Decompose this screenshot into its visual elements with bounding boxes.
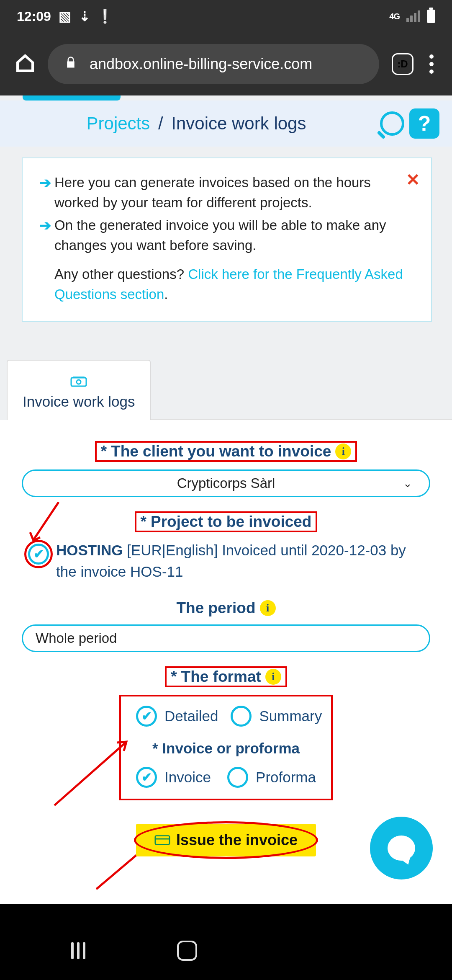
signal-bars-icon: [406, 10, 420, 22]
overflow-menu-icon[interactable]: [426, 54, 437, 74]
browser-toolbar: andbox.online-billing-service.com :D: [0, 33, 452, 95]
nav-recents-button[interactable]: [71, 942, 85, 959]
url-bar[interactable]: andbox.online-billing-service.com: [48, 44, 379, 84]
lock-icon: [64, 55, 77, 73]
arrow-right-icon: ➔: [39, 215, 51, 255]
home-icon[interactable]: [15, 53, 35, 75]
annotation-circle: ✔: [24, 540, 53, 568]
annotation-oval: [134, 821, 318, 859]
faq-tail: .: [164, 286, 168, 302]
project-label: Project to be invoiced: [151, 513, 311, 531]
doc-type-label: Invoice or proforma: [162, 740, 300, 756]
info-banner: ✕ ➔ Here you can generate invoices based…: [22, 157, 432, 322]
tab-count-badge[interactable]: :D: [392, 53, 413, 75]
option-invoice[interactable]: ✔ Invoice: [136, 767, 211, 788]
option-invoice-label: Invoice: [164, 769, 211, 786]
chevron-down-icon: ⌄: [403, 477, 412, 490]
svg-line-4: [54, 743, 126, 805]
format-options-box: ✔ Detailed Summary * Invoice or proforma…: [119, 695, 333, 800]
search-icon[interactable]: [380, 111, 404, 136]
download-icon: ⇣: [79, 10, 91, 23]
client-label-box: * The client you want to invoice i: [95, 441, 357, 462]
radio-checked-icon: ✔: [136, 767, 157, 788]
issue-invoice-button[interactable]: Issue the invoice: [136, 824, 316, 856]
client-value: Crypticorps Sàrl: [177, 475, 275, 491]
radio-empty-icon: [231, 706, 252, 727]
breadcrumb-separator: /: [155, 113, 167, 133]
help-button[interactable]: ?: [409, 108, 439, 139]
tab-label: Invoice work logs: [23, 393, 135, 410]
radio-empty-icon: [227, 767, 248, 788]
option-proforma[interactable]: Proforma: [227, 767, 316, 788]
info-line-2: On the generated invoice you will be abl…: [54, 215, 414, 255]
client-label: The client you want to invoice: [111, 443, 331, 460]
arrow-right-icon: ➔: [39, 173, 51, 213]
info-icon[interactable]: i: [335, 444, 351, 459]
option-summary[interactable]: Summary: [231, 706, 322, 727]
status-time: 12:09: [17, 9, 51, 24]
breadcrumb: Projects / Invoice work logs: [13, 113, 380, 134]
project-name: HOSTING: [56, 542, 123, 558]
image-icon: ▧: [59, 10, 71, 23]
android-status-bar: 12:09 ▧ ⇣ ❕ 4G: [0, 0, 452, 33]
svg-rect-2: [73, 376, 85, 378]
client-select[interactable]: Crypticorps Sàrl ⌄: [22, 469, 430, 497]
svg-rect-0: [71, 378, 86, 386]
info-banner-area: ✕ ➔ Here you can generate invoices based…: [0, 147, 452, 339]
option-summary-label: Summary: [259, 708, 322, 725]
option-detailed-label: Detailed: [164, 708, 218, 725]
radio-checked-icon: ✔: [136, 706, 157, 727]
required-star: *: [171, 668, 177, 686]
chat-bubble-icon: [388, 836, 415, 861]
close-icon[interactable]: ✕: [406, 168, 420, 192]
required-star: *: [141, 513, 146, 531]
tab-strip: Invoice work logs: [0, 339, 452, 420]
format-label-box: * The format i: [165, 666, 287, 687]
network-4g-icon: 4G: [389, 12, 400, 21]
money-icon: [23, 373, 135, 391]
android-nav-bar: [0, 921, 452, 980]
period-value: Whole period: [36, 630, 117, 646]
period-label: The period: [176, 599, 255, 617]
bottom-black-strip: [0, 904, 452, 921]
url-text: andbox.online-billing-service.com: [90, 55, 312, 73]
project-option-row[interactable]: ✔ HOSTING [EUR|English] Invoiced until 2…: [22, 540, 430, 583]
breadcrumb-link-projects[interactable]: Projects: [87, 113, 150, 133]
breadcrumb-bar: Projects / Invoice work logs ?: [0, 101, 452, 147]
project-label-box: * Project to be invoiced: [135, 511, 318, 532]
format-label: The format: [181, 668, 261, 686]
faq-lead-text: Any other questions?: [54, 266, 188, 282]
required-star: *: [101, 443, 107, 460]
info-line-1: Here you can generate invoices based on …: [54, 173, 414, 213]
tab-invoice-work-logs[interactable]: Invoice work logs: [7, 360, 151, 420]
option-detailed[interactable]: ✔ Detailed: [136, 706, 218, 727]
required-star: *: [152, 740, 158, 756]
battery-icon: [427, 10, 435, 23]
period-select[interactable]: Whole period: [22, 624, 430, 652]
breadcrumb-current: Invoice work logs: [171, 113, 306, 133]
info-icon[interactable]: i: [260, 600, 276, 616]
svg-point-1: [77, 380, 81, 384]
header-peek: [0, 95, 452, 101]
nav-home-button[interactable]: [177, 941, 197, 961]
info-icon[interactable]: i: [265, 669, 281, 685]
alert-icon: ❕: [99, 10, 111, 23]
radio-checked-icon[interactable]: ✔: [28, 544, 49, 565]
option-proforma-label: Proforma: [256, 769, 316, 786]
chat-fab-button[interactable]: [370, 817, 433, 879]
